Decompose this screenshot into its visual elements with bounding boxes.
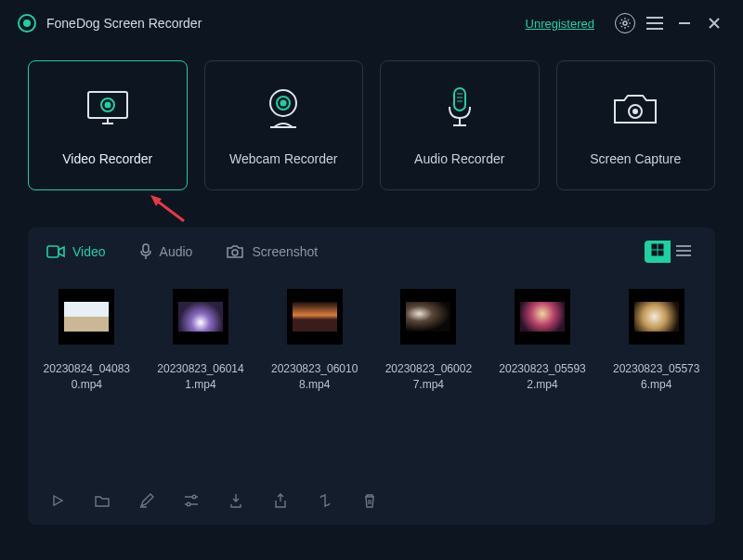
- recordings-toolbar: [28, 480, 715, 525]
- mode-label: Webcam Recorder: [229, 151, 337, 166]
- svg-point-29: [232, 250, 238, 255]
- mode-label: Audio Recorder: [414, 151, 504, 166]
- play-icon: [51, 494, 64, 511]
- svg-point-39: [192, 495, 196, 499]
- mode-audio-recorder[interactable]: Audio Recorder: [380, 60, 540, 190]
- webcam-icon: [261, 85, 306, 135]
- recordings-grid: 20230824_040830.mp4 20230823_060141.mp4 …: [28, 272, 715, 480]
- svg-point-41: [187, 502, 190, 506]
- gear-icon: [615, 13, 635, 33]
- recording-filename: 20230823_060141.mp4: [155, 361, 247, 394]
- recording-filename: 20230823_055932.mp4: [497, 361, 589, 394]
- mode-video-recorder[interactable]: Video Recorder: [28, 60, 188, 190]
- camera-icon: [611, 85, 659, 135]
- app-title: FoneDog Screen Recorder: [46, 16, 202, 31]
- microphone-icon: [443, 85, 476, 135]
- hamburger-icon: [646, 17, 663, 30]
- svg-rect-33: [658, 251, 663, 255]
- recording-item[interactable]: 20230823_055736.mp4: [610, 289, 702, 480]
- tab-screenshot[interactable]: Screenshot: [226, 244, 318, 259]
- pointer-arrow-annotation: [149, 195, 186, 227]
- settings-sliders-button[interactable]: [182, 493, 201, 512]
- tab-video[interactable]: Video: [46, 244, 106, 259]
- share-button[interactable]: [271, 493, 290, 512]
- app-logo-icon: [17, 13, 37, 33]
- svg-point-1: [23, 20, 31, 27]
- recording-filename: 20230823_060108.mp4: [268, 361, 360, 394]
- settings-button[interactable]: [613, 11, 637, 35]
- recording-item[interactable]: 20230823_060108.mp4: [268, 289, 360, 480]
- play-button[interactable]: [48, 493, 67, 512]
- mode-label: Video Recorder: [62, 151, 152, 166]
- delete-button[interactable]: [360, 493, 379, 512]
- share-icon: [274, 493, 287, 512]
- grid-view-button[interactable]: [645, 241, 671, 263]
- recording-thumbnail: [400, 289, 456, 345]
- mode-label: Screen Capture: [590, 151, 681, 166]
- folder-icon: [95, 494, 110, 511]
- sliders-icon: [184, 494, 199, 511]
- tab-label: Screenshot: [252, 244, 318, 259]
- recording-thumbnail: [173, 289, 228, 345]
- trash-icon: [363, 493, 376, 512]
- minimize-button[interactable]: [672, 11, 697, 35]
- svg-point-2: [623, 21, 627, 25]
- convert-icon: [318, 493, 332, 512]
- recording-item[interactable]: 20230823_055932.mp4: [497, 289, 589, 480]
- svg-point-11: [104, 102, 111, 109]
- svg-rect-18: [454, 88, 465, 111]
- mode-screen-capture[interactable]: Screen Capture: [556, 60, 716, 190]
- convert-button[interactable]: [316, 493, 334, 512]
- recording-filename: 20230824_040830.mp4: [41, 361, 133, 394]
- minimize-icon: [678, 17, 691, 30]
- recording-item[interactable]: 20230823_060027.mp4: [383, 289, 475, 480]
- svg-rect-30: [652, 244, 657, 249]
- svg-point-16: [280, 100, 287, 107]
- tab-audio[interactable]: Audio: [139, 243, 193, 260]
- recording-thumbnail: [287, 289, 343, 345]
- close-button[interactable]: [702, 11, 726, 35]
- view-toggle: [645, 241, 697, 263]
- recording-filename: 20230823_060027.mp4: [383, 361, 475, 394]
- camera-small-icon: [226, 244, 244, 259]
- recording-thumbnail: [629, 289, 684, 345]
- svg-rect-32: [652, 251, 657, 255]
- list-icon: [676, 243, 691, 260]
- recording-thumbnail: [59, 289, 114, 345]
- close-icon: [708, 17, 721, 30]
- pencil-icon: [139, 493, 154, 512]
- unregistered-link[interactable]: Unregistered: [526, 17, 594, 31]
- tab-label: Video: [72, 244, 106, 259]
- grid-icon: [651, 243, 664, 260]
- download-button[interactable]: [227, 493, 245, 512]
- microphone-small-icon: [139, 243, 152, 260]
- svg-rect-31: [658, 244, 663, 249]
- video-camera-icon: [46, 245, 65, 258]
- recording-item[interactable]: 20230824_040830.mp4: [41, 289, 133, 480]
- mode-webcam-recorder[interactable]: Webcam Recorder: [204, 60, 364, 190]
- edit-button[interactable]: [137, 493, 156, 512]
- svg-rect-26: [47, 246, 59, 257]
- monitor-record-icon: [82, 85, 134, 135]
- folder-button[interactable]: [93, 493, 111, 512]
- tab-label: Audio: [160, 244, 193, 259]
- list-view-button[interactable]: [671, 241, 697, 263]
- recording-filename: 20230823_055736.mp4: [610, 361, 702, 394]
- recording-item[interactable]: 20230823_060141.mp4: [155, 289, 247, 480]
- svg-rect-27: [143, 244, 149, 253]
- svg-point-25: [632, 109, 638, 114]
- mode-selector: Video Recorder Webcam Recorder: [0, 46, 743, 200]
- menu-button[interactable]: [643, 11, 667, 35]
- recordings-tabs: Video Audio Screenshot: [28, 228, 715, 272]
- recording-thumbnail: [515, 289, 570, 345]
- download-icon: [229, 493, 242, 512]
- recordings-panel: Video Audio Screenshot: [28, 228, 715, 525]
- titlebar: FoneDog Screen Recorder Unregistered: [0, 0, 743, 46]
